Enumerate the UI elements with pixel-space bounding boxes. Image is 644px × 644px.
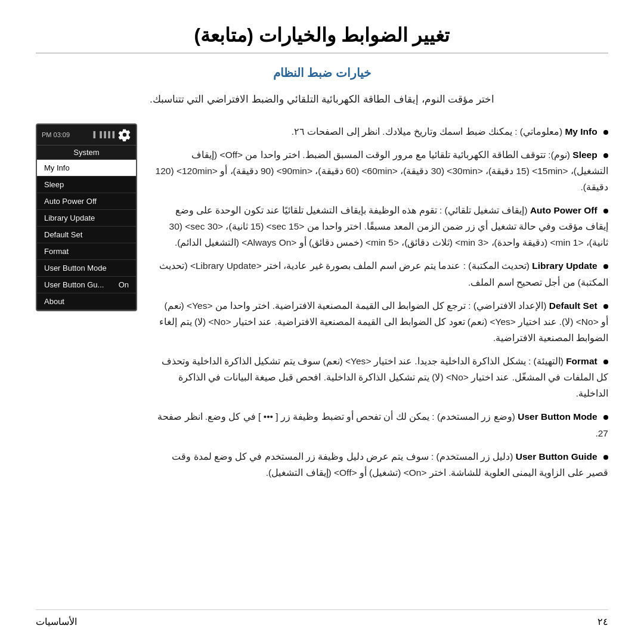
- menu-item-user-button-mode[interactable]: User Button Mode: [37, 260, 136, 277]
- bullet-dot: [603, 209, 608, 213]
- main-title: تغيير الضوابط والخيارات (متابعة): [36, 24, 608, 54]
- bullet-my-info: My Info (معلوماتي) : يمكنك ضبط اسمك وتار…: [155, 123, 608, 140]
- device-menu: ▐▐▐▐▌ 03:09 PM System My Info Sleep Auto…: [36, 123, 137, 311]
- sleep-label: Sleep: [570, 150, 597, 160]
- bottom-bar: ٢٤ الأساسيات: [36, 609, 608, 627]
- default-set-label: Default Set: [546, 301, 597, 311]
- bullet-dot: [603, 130, 608, 135]
- menu-item-about[interactable]: About: [37, 293, 136, 310]
- bullet-sleep: Sleep (نوم): تتوقف الطاقة الكهربائية تلق…: [155, 147, 608, 195]
- library-update-label: Library Update: [530, 261, 597, 271]
- menu-item-default-set[interactable]: Default Set: [37, 227, 136, 243]
- user-button-mode-label: User Button Mode: [515, 411, 597, 422]
- bullet-default-set: Default Set (الإعداد الافتراضي) : ترجع ك…: [155, 298, 608, 346]
- user-button-guide-label: User Button Guide: [513, 451, 597, 462]
- bullet-user-button-guide: User Button Guide (دليل زر المستخدم) : س…: [155, 448, 608, 481]
- footer-section: الأساسيات: [36, 616, 77, 627]
- format-label: Format: [564, 356, 597, 366]
- device-header: ▐▐▐▐▌ 03:09 PM: [37, 125, 136, 145]
- menu-item-format[interactable]: Format: [37, 243, 136, 260]
- page-number: ٢٤: [597, 616, 608, 627]
- device-header-left: ▐▐▐▐▌: [94, 128, 131, 141]
- system-label: System: [37, 145, 136, 160]
- bullet-user-button-mode: User Button Mode (وضع زر المستخدم) : يمك…: [155, 408, 608, 441]
- bullet-dot: [603, 455, 608, 460]
- auto-power-off-label: Auto Power Off: [528, 205, 597, 215]
- user-button-guide-value: On: [119, 280, 129, 289]
- bullet-library-update: Library Update (تحديث المكتبة) : عندما ي…: [155, 258, 608, 290]
- bullet-auto-power-off: Auto Power Off (إيقاف تشغيل تلقائي) : تق…: [155, 202, 608, 250]
- default-set-text: (الإعداد الافتراضي) : ترجع كل الضوابط ال…: [159, 301, 608, 343]
- sleep-text: (نوم): تتوقف الطاقة الكهربائية تلقائيا م…: [156, 150, 608, 192]
- device-time: 03:09 PM: [42, 131, 70, 138]
- page: تغيير الضوابط والخيارات (متابعة) خيارات …: [0, 0, 644, 644]
- bullet-dot: [603, 304, 608, 309]
- format-text: (التهيئة) : يشكل الذاكرة الداخلية جديدا.…: [162, 356, 608, 398]
- user-button-guide-label: User Button Gu...: [44, 280, 104, 289]
- menu-item-my-info[interactable]: My Info: [37, 160, 136, 177]
- bullet-format: Format (التهيئة) : يشكل الذاكرة الداخلية…: [155, 353, 608, 401]
- gear-icon: [118, 128, 131, 141]
- bullet-dot: [603, 153, 608, 158]
- menu-item-user-button-guide[interactable]: User Button Gu... On: [37, 277, 136, 293]
- section-title: خيارات ضبط النظام: [36, 66, 608, 80]
- menu-item-sleep[interactable]: Sleep: [37, 177, 136, 193]
- my-info-label: My Info: [562, 126, 597, 137]
- content-area: ▐▐▐▐▌ 03:09 PM System My Info Sleep Auto…: [36, 123, 608, 488]
- menu-item-auto-power-off[interactable]: Auto Power Off: [37, 193, 136, 210]
- bullet-dot: [603, 360, 608, 364]
- my-info-text: (معلوماتي) : يمكنك ضبط اسمك وتاريخ ميلاد…: [292, 126, 562, 137]
- intro-text: اختر مؤقت النوم، إيقاف الطاقة الكهربائية…: [36, 91, 608, 109]
- bullet-dot: [603, 415, 608, 420]
- menu-item-library-update[interactable]: Library Update: [37, 210, 136, 227]
- text-content: My Info (معلوماتي) : يمكنك ضبط اسمك وتار…: [155, 123, 608, 488]
- battery-icon: ▐▐▐▐▌: [94, 131, 114, 138]
- bullet-dot: [603, 264, 608, 269]
